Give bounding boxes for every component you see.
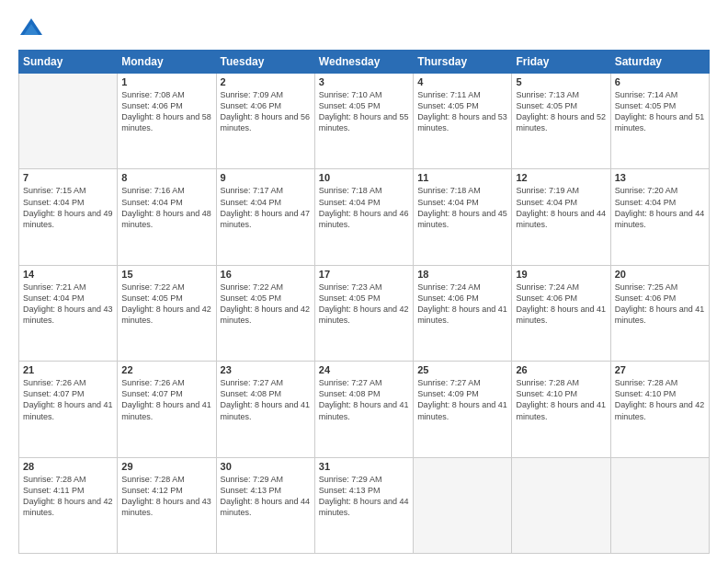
day-number: 11 xyxy=(417,172,507,183)
calendar-cell: 8Sunrise: 7:16 AMSunset: 4:04 PMDaylight… xyxy=(118,169,216,265)
day-number: 30 xyxy=(221,461,311,472)
header-row: SundayMondayTuesdayWednesdayThursdayFrid… xyxy=(19,51,710,74)
cell-info: Sunrise: 7:28 AMSunset: 4:10 PMDaylight:… xyxy=(615,377,705,422)
calendar-cell: 2Sunrise: 7:09 AMSunset: 4:06 PMDaylight… xyxy=(216,74,314,169)
calendar-cell: 15Sunrise: 7:22 AMSunset: 4:05 PMDayligh… xyxy=(118,265,216,361)
day-number: 3 xyxy=(319,76,409,87)
calendar-cell xyxy=(414,457,512,553)
calendar-cell: 9Sunrise: 7:17 AMSunset: 4:04 PMDaylight… xyxy=(216,169,314,265)
cell-info: Sunrise: 7:18 AMSunset: 4:04 PMDaylight:… xyxy=(417,185,507,230)
cell-info: Sunrise: 7:28 AMSunset: 4:11 PMDaylight:… xyxy=(23,474,113,519)
calendar-cell: 29Sunrise: 7:28 AMSunset: 4:12 PMDayligh… xyxy=(118,457,216,553)
cell-info: Sunrise: 7:16 AMSunset: 4:04 PMDaylight:… xyxy=(121,185,211,230)
cell-info: Sunrise: 7:10 AMSunset: 4:05 PMDaylight:… xyxy=(319,89,409,134)
calendar-cell: 14Sunrise: 7:21 AMSunset: 4:04 PMDayligh… xyxy=(19,265,118,361)
day-number: 31 xyxy=(319,461,409,472)
day-number: 21 xyxy=(23,364,113,375)
day-number: 10 xyxy=(319,172,409,183)
day-number: 6 xyxy=(615,76,705,87)
day-number: 28 xyxy=(23,461,113,472)
cell-info: Sunrise: 7:15 AMSunset: 4:04 PMDaylight:… xyxy=(23,185,113,230)
calendar-cell: 21Sunrise: 7:26 AMSunset: 4:07 PMDayligh… xyxy=(19,362,118,457)
cell-info: Sunrise: 7:20 AMSunset: 4:04 PMDaylight:… xyxy=(615,185,705,230)
cell-info: Sunrise: 7:25 AMSunset: 4:06 PMDaylight:… xyxy=(615,282,705,327)
logo-icon xyxy=(18,17,44,42)
cell-info: Sunrise: 7:21 AMSunset: 4:04 PMDaylight:… xyxy=(23,282,113,327)
logo xyxy=(18,17,48,42)
cell-info: Sunrise: 7:18 AMSunset: 4:04 PMDaylight:… xyxy=(319,185,409,230)
cell-info: Sunrise: 7:27 AMSunset: 4:08 PMDaylight:… xyxy=(221,377,311,422)
calendar-cell: 24Sunrise: 7:27 AMSunset: 4:08 PMDayligh… xyxy=(314,362,413,457)
week-row-1: 7Sunrise: 7:15 AMSunset: 4:04 PMDaylight… xyxy=(19,169,710,265)
calendar-cell xyxy=(610,457,709,553)
day-header-friday: Friday xyxy=(512,51,610,74)
calendar-cell: 19Sunrise: 7:24 AMSunset: 4:06 PMDayligh… xyxy=(512,265,610,361)
day-number: 26 xyxy=(516,364,606,375)
week-row-3: 21Sunrise: 7:26 AMSunset: 4:07 PMDayligh… xyxy=(19,362,710,457)
cell-info: Sunrise: 7:22 AMSunset: 4:05 PMDaylight:… xyxy=(121,282,211,327)
day-number: 17 xyxy=(319,269,409,280)
day-header-wednesday: Wednesday xyxy=(314,51,413,74)
calendar-cell: 13Sunrise: 7:20 AMSunset: 4:04 PMDayligh… xyxy=(610,169,709,265)
day-number: 19 xyxy=(516,269,606,280)
cell-info: Sunrise: 7:23 AMSunset: 4:05 PMDaylight:… xyxy=(319,282,409,327)
calendar-cell: 30Sunrise: 7:29 AMSunset: 4:13 PMDayligh… xyxy=(216,457,314,553)
cell-info: Sunrise: 7:13 AMSunset: 4:05 PMDaylight:… xyxy=(516,89,606,134)
cell-info: Sunrise: 7:24 AMSunset: 4:06 PMDaylight:… xyxy=(417,282,507,327)
day-number: 29 xyxy=(121,461,211,472)
calendar-cell: 28Sunrise: 7:28 AMSunset: 4:11 PMDayligh… xyxy=(19,457,118,553)
calendar-cell: 16Sunrise: 7:22 AMSunset: 4:05 PMDayligh… xyxy=(216,265,314,361)
cell-info: Sunrise: 7:29 AMSunset: 4:13 PMDaylight:… xyxy=(319,474,409,519)
cell-info: Sunrise: 7:11 AMSunset: 4:05 PMDaylight:… xyxy=(417,89,507,134)
day-number: 4 xyxy=(417,76,507,87)
calendar-cell: 31Sunrise: 7:29 AMSunset: 4:13 PMDayligh… xyxy=(314,457,413,553)
cell-info: Sunrise: 7:27 AMSunset: 4:08 PMDaylight:… xyxy=(319,377,409,422)
day-number: 18 xyxy=(417,269,507,280)
calendar-cell xyxy=(19,74,118,169)
page: SundayMondayTuesdayWednesdayThursdayFrid… xyxy=(0,0,728,563)
calendar-cell: 3Sunrise: 7:10 AMSunset: 4:05 PMDaylight… xyxy=(314,74,413,169)
day-number: 14 xyxy=(23,269,113,280)
calendar-cell: 10Sunrise: 7:18 AMSunset: 4:04 PMDayligh… xyxy=(314,169,413,265)
day-header-sunday: Sunday xyxy=(19,51,118,74)
calendar-cell xyxy=(512,457,610,553)
calendar-cell: 20Sunrise: 7:25 AMSunset: 4:06 PMDayligh… xyxy=(610,265,709,361)
day-number: 23 xyxy=(221,364,311,375)
calendar-cell: 1Sunrise: 7:08 AMSunset: 4:06 PMDaylight… xyxy=(118,74,216,169)
cell-info: Sunrise: 7:29 AMSunset: 4:13 PMDaylight:… xyxy=(221,474,311,519)
week-row-4: 28Sunrise: 7:28 AMSunset: 4:11 PMDayligh… xyxy=(19,457,710,553)
calendar-cell: 12Sunrise: 7:19 AMSunset: 4:04 PMDayligh… xyxy=(512,169,610,265)
cell-info: Sunrise: 7:24 AMSunset: 4:06 PMDaylight:… xyxy=(516,282,606,327)
day-number: 25 xyxy=(417,364,507,375)
day-number: 5 xyxy=(516,76,606,87)
day-number: 16 xyxy=(221,269,311,280)
calendar-cell: 11Sunrise: 7:18 AMSunset: 4:04 PMDayligh… xyxy=(414,169,512,265)
calendar-table: SundayMondayTuesdayWednesdayThursdayFrid… xyxy=(18,50,710,554)
calendar-cell: 27Sunrise: 7:28 AMSunset: 4:10 PMDayligh… xyxy=(610,362,709,457)
calendar-cell: 6Sunrise: 7:14 AMSunset: 4:05 PMDaylight… xyxy=(610,74,709,169)
day-number: 27 xyxy=(615,364,705,375)
day-header-saturday: Saturday xyxy=(610,51,709,74)
cell-info: Sunrise: 7:08 AMSunset: 4:06 PMDaylight:… xyxy=(121,89,211,134)
calendar-cell: 5Sunrise: 7:13 AMSunset: 4:05 PMDaylight… xyxy=(512,74,610,169)
week-row-0: 1Sunrise: 7:08 AMSunset: 4:06 PMDaylight… xyxy=(19,74,710,169)
cell-info: Sunrise: 7:17 AMSunset: 4:04 PMDaylight:… xyxy=(221,185,311,230)
day-number: 12 xyxy=(516,172,606,183)
day-number: 24 xyxy=(319,364,409,375)
day-number: 8 xyxy=(121,172,211,183)
cell-info: Sunrise: 7:22 AMSunset: 4:05 PMDaylight:… xyxy=(221,282,311,327)
calendar-cell: 17Sunrise: 7:23 AMSunset: 4:05 PMDayligh… xyxy=(314,265,413,361)
day-number: 15 xyxy=(121,269,211,280)
day-number: 1 xyxy=(121,76,211,87)
day-header-tuesday: Tuesday xyxy=(216,51,314,74)
calendar-cell: 25Sunrise: 7:27 AMSunset: 4:09 PMDayligh… xyxy=(414,362,512,457)
cell-info: Sunrise: 7:26 AMSunset: 4:07 PMDaylight:… xyxy=(23,377,113,422)
calendar-cell: 23Sunrise: 7:27 AMSunset: 4:08 PMDayligh… xyxy=(216,362,314,457)
cell-info: Sunrise: 7:27 AMSunset: 4:09 PMDaylight:… xyxy=(417,377,507,422)
calendar-cell: 4Sunrise: 7:11 AMSunset: 4:05 PMDaylight… xyxy=(414,74,512,169)
calendar-header: SundayMondayTuesdayWednesdayThursdayFrid… xyxy=(19,51,710,74)
calendar-body: 1Sunrise: 7:08 AMSunset: 4:06 PMDaylight… xyxy=(19,74,710,554)
day-header-thursday: Thursday xyxy=(414,51,512,74)
calendar-cell: 26Sunrise: 7:28 AMSunset: 4:10 PMDayligh… xyxy=(512,362,610,457)
day-number: 22 xyxy=(121,364,211,375)
